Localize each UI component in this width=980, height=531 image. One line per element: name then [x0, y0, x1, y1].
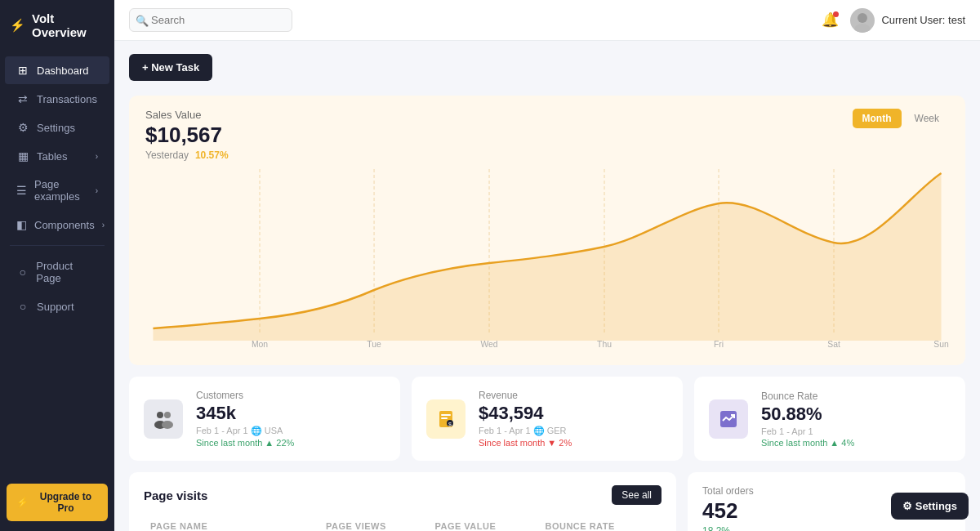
notifications-button[interactable]: 🔔: [822, 11, 839, 29]
components-icon: ◧: [16, 218, 27, 231]
content-area: + New Task Sales Value $10,567 Yesterday…: [114, 41, 980, 531]
sidebar-item-support[interactable]: ○ Support: [5, 292, 109, 320]
svg-rect-20: [441, 414, 451, 416]
sidebar-item-dashboard[interactable]: ⊞ Dashboard: [5, 56, 109, 84]
svg-text:Sun: Sun: [933, 339, 949, 349]
chevron-right-icon: ›: [102, 221, 105, 230]
svg-point-15: [157, 412, 163, 418]
stat-cards-row: Customers 345k Feb 1 - Apr 1 🌐 USA Since…: [129, 377, 965, 461]
col-page-views: PAGE VIEWS: [319, 516, 428, 531]
settings-fab-button[interactable]: ⚙ Settings: [891, 493, 969, 520]
settings-icon: ⚙: [16, 121, 29, 134]
pages-icon: ☰: [16, 184, 27, 197]
stat-card-customers: Customers 345k Feb 1 - Apr 1 🌐 USA Since…: [129, 377, 400, 461]
topbar: 🔍 🔔 Current User: test: [114, 0, 980, 41]
customers-change: Since last month ▲ 22%: [196, 438, 385, 448]
stat-body-customers: Customers 345k Feb 1 - Apr 1 🌐 USA Since…: [196, 390, 385, 448]
stat-body-bounce: Bounce Rate 50.88% Feb 1 - Apr 1 Since l…: [761, 390, 951, 448]
col-bounce-rate: BOUNCE RATE: [538, 516, 662, 531]
chart-svg: Mon Tue Wed Thu Fri Sat Sun: [145, 169, 949, 352]
avatar: [850, 8, 875, 33]
sidebar-bottom: ⚡ Upgrade to Pro: [0, 474, 114, 531]
sidebar-item-label: Transactions: [37, 93, 97, 105]
main-area: 🔍 🔔 Current User: test + New Task Sales …: [114, 0, 980, 531]
page-visits-table: PAGE NAME PAGE VIEWS PAGE VALUE BOUNCE R…: [144, 516, 662, 531]
bottom-row: Page visits See all PAGE NAME PAGE VIEWS…: [129, 472, 965, 531]
upgrade-icon: ⚡: [16, 497, 29, 508]
svg-rect-21: [441, 417, 448, 419]
logo-text: Volt Overview: [32, 11, 105, 39]
customers-value: 345k: [196, 403, 385, 424]
nav-divider: [10, 245, 105, 246]
sidebar-nav: ⊞ Dashboard ⇄ Transactions ⚙ Settings ▦ …: [0, 51, 114, 474]
sidebar-item-label: Dashboard: [37, 65, 89, 77]
svg-point-18: [162, 421, 173, 429]
revenue-date: Feb 1 - Apr 1 🌐 GER: [479, 426, 668, 436]
sidebar-item-tables[interactable]: ▦ Tables ›: [5, 142, 109, 170]
bounce-date: Feb 1 - Apr 1: [761, 426, 951, 436]
bounce-value: 50.88%: [761, 404, 951, 425]
yesterday-label: Yesterday: [145, 149, 189, 161]
orders-pct: 18.2%: [702, 525, 951, 531]
search-input[interactable]: [129, 8, 292, 32]
chart-value: $10,567: [145, 123, 949, 148]
svg-text:Wed: Wed: [480, 339, 497, 349]
svg-point-16: [164, 412, 171, 418]
sales-chart-card: Sales Value $10,567 Yesterday 10.57% Mon…: [129, 96, 965, 365]
stat-card-bounce: Bounce Rate 50.88% Feb 1 - Apr 1 Since l…: [694, 377, 965, 461]
page-visits-header: Page visits See all: [144, 485, 662, 505]
support-icon: ○: [16, 300, 29, 313]
svg-text:$: $: [448, 422, 452, 427]
revenue-change: Since last month ▼ 2%: [479, 438, 668, 448]
see-all-button[interactable]: See all: [612, 485, 662, 505]
stat-card-revenue: $ Revenue $43,594 Feb 1 - Apr 1 🌐 GER Si…: [412, 377, 683, 461]
bounce-icon: [709, 399, 748, 439]
page-visits-card: Page visits See all PAGE NAME PAGE VIEWS…: [129, 472, 676, 531]
svg-text:Mon: Mon: [252, 339, 268, 349]
bolt-icon: ⚡: [10, 18, 25, 33]
sidebar-item-label: Support: [37, 301, 74, 313]
sidebar-item-label: Tables: [37, 150, 68, 163]
sidebar-item-transactions[interactable]: ⇄ Transactions: [5, 85, 109, 113]
sidebar-item-label: Settings: [37, 122, 75, 134]
bounce-change: Since last month ▲ 4%: [761, 438, 951, 448]
user-info: Current User: test: [850, 8, 965, 33]
upgrade-button[interactable]: ⚡ Upgrade to Pro: [7, 484, 108, 521]
sidebar-item-label: Page examples: [34, 178, 88, 203]
topbar-right: 🔔 Current User: test: [822, 8, 965, 33]
page-visits-title: Page visits: [144, 489, 207, 502]
svg-text:Sat: Sat: [827, 339, 840, 349]
sidebar-item-label: Components: [34, 219, 95, 231]
sidebar-item-label: Product Page: [36, 260, 98, 284]
sidebar-item-page-examples[interactable]: ☰ Page examples ›: [5, 171, 109, 210]
product-icon: ○: [16, 266, 29, 279]
new-task-button[interactable]: + New Task: [129, 54, 212, 81]
svg-text:Tue: Tue: [367, 339, 381, 349]
period-buttons: Month Week: [853, 109, 949, 128]
period-week-button[interactable]: Week: [905, 109, 949, 128]
revenue-label: Revenue: [479, 390, 668, 401]
bounce-label: Bounce Rate: [761, 390, 951, 402]
svg-point-0: [858, 13, 867, 23]
chevron-right-icon: ›: [96, 152, 98, 161]
stat-body-revenue: Revenue $43,594 Feb 1 - Apr 1 🌐 GER Sinc…: [479, 390, 668, 448]
svg-point-1: [854, 24, 871, 33]
revenue-icon: $: [426, 399, 466, 439]
sidebar-item-product-page[interactable]: ○ Product Page: [5, 252, 109, 292]
notification-dot: [833, 11, 839, 17]
customers-label: Customers: [196, 390, 385, 401]
chevron-right-icon: ›: [96, 186, 98, 195]
tables-icon: ▦: [16, 149, 29, 163]
search-icon: 🔍: [136, 14, 149, 26]
upgrade-label: Upgrade to Pro: [33, 491, 98, 514]
svg-text:Fri: Fri: [714, 339, 724, 349]
period-month-button[interactable]: Month: [853, 109, 902, 128]
sidebar-item-settings[interactable]: ⚙ Settings: [5, 114, 109, 141]
revenue-value: $43,594: [479, 403, 668, 424]
svg-text:Thu: Thu: [597, 339, 612, 349]
col-page-value: PAGE VALUE: [428, 516, 538, 531]
search-wrap: 🔍: [129, 8, 292, 32]
user-label: Current User: test: [881, 14, 965, 26]
chart-change: 10.57%: [195, 149, 229, 161]
sidebar-item-components[interactable]: ◧ Components ›: [5, 211, 109, 239]
